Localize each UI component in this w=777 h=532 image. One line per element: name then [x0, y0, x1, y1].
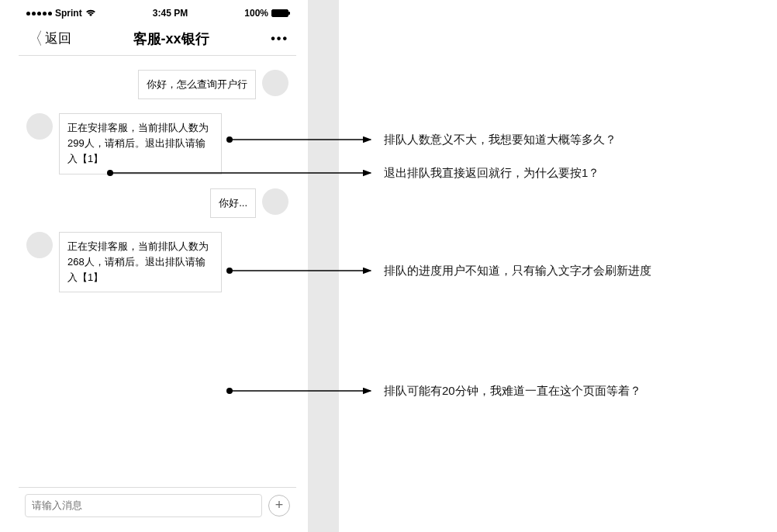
back-button[interactable]: 〈 返回	[26, 29, 71, 47]
plus-icon: +	[275, 497, 284, 513]
more-button[interactable]: •••	[271, 32, 288, 46]
message-bubble: 你好...	[210, 188, 256, 218]
page-title: 客服-xx银行	[133, 29, 209, 48]
chat-message-in: 正在安排客服，当前排队人数为299人，请稍后。退出排队请输入【1】	[26, 113, 288, 174]
wifi-icon	[85, 9, 96, 17]
avatar	[262, 188, 288, 215]
avatar	[26, 113, 53, 140]
back-label: 返回	[45, 29, 71, 47]
annotation-text: 排队人数意义不大，我想要知道大概等多久？	[384, 133, 616, 147]
chat-input-bar: +	[19, 487, 296, 523]
nav-bar: 〈 返回 客服-xx银行 •••	[19, 22, 296, 56]
status-bar: Sprint 3:45 PM 100%	[19, 5, 296, 22]
battery-icon	[271, 9, 288, 17]
chat-message-out: 你好，怎么查询开户行	[26, 70, 288, 99]
message-input[interactable]	[25, 494, 262, 517]
carrier-label: Sprint	[55, 8, 82, 19]
annotation-text: 排队的进度用户不知道，只有输入文字才会刷新进度	[384, 264, 651, 278]
annotation-text: 退出排队我直接返回就行，为什么要按1？	[384, 166, 599, 181]
avatar	[26, 232, 53, 258]
chat-message-in: 正在安排客服，当前排队人数为268人，请稍后。退出排队请输入【1】	[26, 232, 288, 292]
phone-mockup: Sprint 3:45 PM 100% 〈 返回 客服-xx银行 ••• 你好，…	[19, 5, 296, 526]
status-bar-right: 100%	[244, 8, 288, 19]
message-bubble: 正在安排客服，当前排队人数为268人，请稍后。退出排队请输入【1】	[59, 232, 222, 292]
annotation-text: 排队可能有20分钟，我难道一直在这个页面等着？	[384, 384, 641, 399]
chevron-left-icon: 〈	[26, 30, 43, 47]
avatar	[262, 70, 288, 96]
signal-icon	[26, 12, 52, 16]
status-bar-left: Sprint	[26, 8, 96, 19]
chat-message-out: 你好...	[26, 188, 288, 218]
message-bubble: 你好，怎么查询开户行	[138, 70, 256, 99]
battery-pct: 100%	[244, 8, 268, 19]
chat-area: 你好，怎么查询开户行 正在安排客服，当前排队人数为299人，请稍后。退出排队请输…	[19, 56, 296, 487]
wireframe-highlight-strip	[308, 0, 339, 532]
status-time: 3:45 PM	[153, 8, 188, 19]
message-bubble: 正在安排客服，当前排队人数为299人，请稍后。退出排队请输入【1】	[59, 113, 222, 174]
add-button[interactable]: +	[268, 495, 290, 516]
